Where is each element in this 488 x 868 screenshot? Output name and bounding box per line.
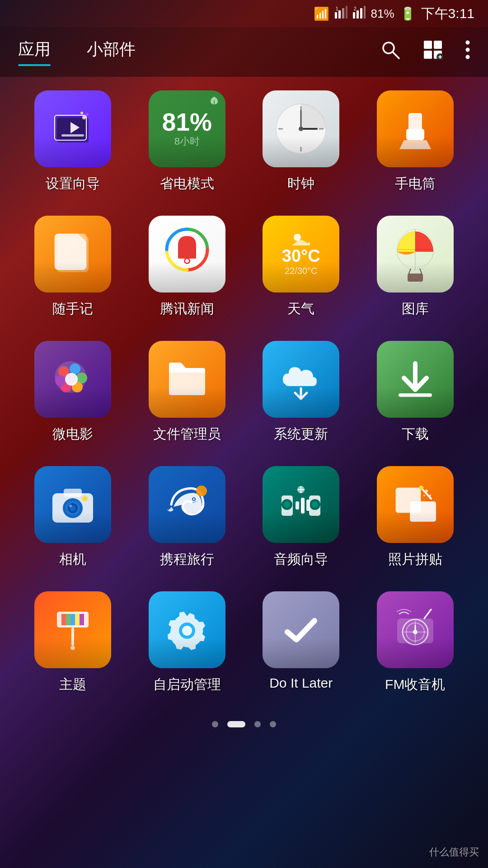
svg-point-74 [193,498,195,500]
svg-rect-101 [75,614,80,625]
app-item-gallery[interactable]: 图库 [361,216,470,318]
svg-point-106 [182,626,192,636]
tab-widgets[interactable]: 小部件 [87,38,136,66]
app-label-power-saver: 省电模式 [160,175,214,193]
svg-rect-82 [296,501,299,509]
tab-container: 应用 小部件 [18,38,380,66]
svg-rect-7 [360,8,362,19]
app-item-weather[interactable]: 30°C 22/30°C 天气 [246,216,356,318]
app-label-gallery: 图库 [402,300,429,318]
search-icon[interactable] [380,40,400,64]
svg-point-78 [284,501,290,508]
app-label-flashlight: 手电筒 [395,175,436,193]
app-icon-tencent-news [149,216,225,292]
app-label-autostart: 自启动管理 [153,675,221,694]
svg-point-93 [425,490,428,492]
svg-rect-83 [301,498,305,514]
svg-text:1: 1 [336,6,338,11]
power-hours: 8小时 [174,135,200,148]
page-dot-2[interactable] [227,721,245,727]
app-label-memo: 随手记 [52,300,93,318]
app-label-do-it-later: Do It Later [269,675,333,691]
weather-temp: 30°C [282,246,320,266]
svg-point-95 [423,495,425,496]
app-item-photo-collage[interactable]: 照片拼贴 [361,466,470,569]
app-icon-download [377,341,454,418]
app-item-clock[interactable]: 时钟 [246,90,356,193]
svg-rect-1 [338,10,341,19]
page-dot-3[interactable] [254,721,261,727]
app-item-system-update[interactable]: 系统更新 [246,341,356,443]
app-item-memo[interactable]: 随手记 [18,216,128,318]
app-label-download: 下载 [402,425,429,443]
app-icon-ctrip [149,466,225,543]
svg-point-46 [185,259,189,263]
app-icon-gallery [377,216,454,292]
battery-text: 81% [371,7,394,21]
svg-point-10 [383,42,394,53]
svg-rect-41 [55,234,86,270]
svg-line-114 [424,609,431,618]
app-item-micro-movie[interactable]: 微电影 [18,341,128,443]
header-icons [380,40,470,64]
app-icon-memo [34,216,111,292]
svg-point-75 [196,486,207,496]
app-item-setup-wizard[interactable]: 设置向导 [18,90,128,193]
svg-point-19 [466,41,470,45]
svg-rect-24 [61,134,84,137]
svg-rect-5 [353,12,355,19]
app-icon-fm-radio [377,591,454,668]
svg-rect-90 [410,501,436,522]
app-icon-system-update [263,341,339,418]
app-item-camera[interactable]: 相机 [18,466,128,569]
app-label-clock: 时钟 [287,175,314,193]
app-item-audio-wizard[interactable]: 音频向导 [246,466,356,569]
drawer-header: 应用 小部件 [0,27,488,77]
app-item-do-it-later[interactable]: Do It Later [246,591,356,694]
app-item-download[interactable]: 下载 [361,341,470,443]
more-icon[interactable] [465,40,470,64]
app-label-camera: 相机 [59,550,86,569]
app-icon-file-manager [149,341,225,418]
app-item-power-saver[interactable]: 81% 8小时 省电模式 [132,90,242,193]
weather-range: 22/30°C [285,266,318,276]
svg-point-81 [312,501,318,508]
svg-rect-103 [71,627,74,646]
page-dot-1[interactable] [212,721,218,727]
svg-point-71 [69,505,72,507]
svg-text:2: 2 [354,6,357,11]
app-label-ctrip: 携程旅行 [160,550,214,569]
app-label-photo-collage: 照片拼贴 [388,550,442,569]
svg-line-51 [408,269,411,274]
svg-point-56 [70,363,80,374]
svg-rect-0 [335,12,337,19]
app-icon-power-saver: 81% 8小时 [149,90,225,167]
svg-rect-13 [434,41,442,49]
app-icon-photo-collage [377,466,454,543]
page-indicators [0,712,488,736]
layout-settings-icon[interactable] [423,40,443,64]
app-item-fm-radio[interactable]: FM收音机 [361,591,470,694]
page-dot-4[interactable] [270,721,276,727]
svg-point-27 [80,112,83,114]
weather-content: 30°C 22/30°C [282,232,320,276]
app-item-flashlight[interactable]: 手电筒 [361,90,470,193]
app-item-ctrip[interactable]: 携程旅行 [132,466,242,569]
svg-rect-98 [61,614,66,625]
tab-apps[interactable]: 应用 [18,38,51,66]
status-bar: 📶 1 2 81% 🔋 下午3:11 [0,0,488,27]
app-item-autostart[interactable]: 自启动管理 [132,591,242,694]
svg-rect-66 [64,489,82,497]
svg-point-60 [55,375,66,386]
app-item-file-manager[interactable]: 文件管理员 [132,341,242,443]
app-icon-weather: 30°C 22/30°C [263,216,339,292]
bottom-logo: 什么值得买 [429,845,479,859]
app-icon-setup-wizard [34,90,111,167]
app-item-theme[interactable]: 主题 [18,591,128,694]
app-label-weather: 天气 [287,300,314,318]
app-label-micro-movie: 微电影 [52,425,93,443]
app-icon-do-it-later [263,591,339,668]
app-item-tencent-news[interactable]: 腾讯新闻 [132,216,242,318]
svg-line-11 [393,52,399,58]
app-icon-theme [34,591,111,668]
